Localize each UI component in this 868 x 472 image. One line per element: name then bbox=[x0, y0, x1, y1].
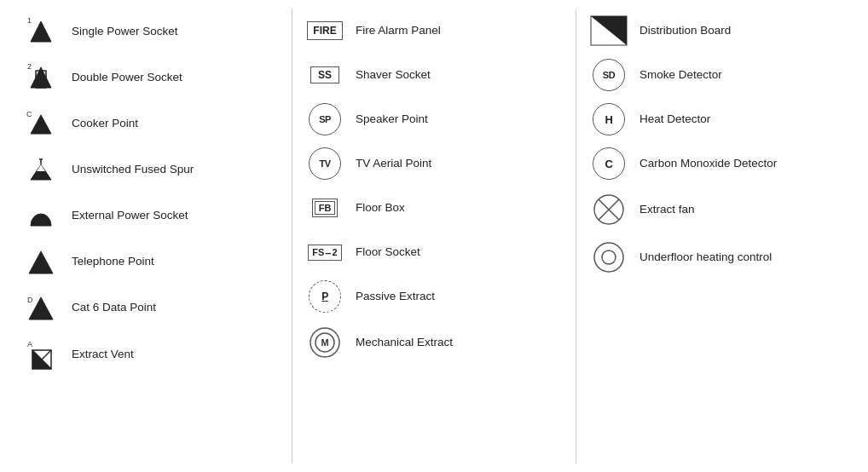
svg-marker-23 bbox=[591, 16, 627, 45]
legend-item-distribution-board: Distribution Board bbox=[583, 9, 853, 53]
symbol-shaver: SS bbox=[303, 66, 347, 83]
svg-marker-11 bbox=[29, 251, 53, 273]
label-extract-vent: Extract Vent bbox=[72, 347, 281, 362]
symbol-distribution-board bbox=[587, 15, 631, 46]
legend-item-single-power-socket: 1 Single Power Socket bbox=[15, 9, 285, 55]
svg-point-28 bbox=[602, 250, 616, 264]
label-single-power-socket: Single Power Socket bbox=[72, 24, 281, 39]
label-double-power-socket: Double Power Socket bbox=[72, 70, 281, 85]
legend-item-telephone-point: Telephone Point bbox=[15, 239, 285, 285]
svg-text:1: 1 bbox=[27, 16, 32, 25]
symbol-telephone bbox=[19, 245, 63, 279]
symbol-speaker: SP bbox=[303, 103, 347, 135]
column-2: FIRE Fire Alarm Panel SS Shaver Socket S… bbox=[292, 9, 576, 463]
symbol-heat-detector: H bbox=[587, 103, 631, 135]
legend-container: 1 Single Power Socket 2 Double Power Soc… bbox=[0, 0, 868, 472]
symbol-extract-vent: A bbox=[19, 337, 63, 372]
label-carbon-monoxide-detector: Carbon Monoxide Detector bbox=[639, 156, 849, 171]
legend-item-external-power-socket: External Power Socket bbox=[15, 193, 285, 239]
symbol-fused-spur bbox=[19, 153, 63, 187]
legend-item-double-power-socket: 2 Double Power Socket bbox=[15, 55, 285, 101]
legend-item-heat-detector: H Heat Detector bbox=[583, 97, 853, 141]
label-mechanical-extract: Mechanical Extract bbox=[356, 335, 565, 350]
legend-item-smoke-detector: SD Smoke Detector bbox=[583, 53, 853, 97]
label-telephone-point: Telephone Point bbox=[72, 254, 281, 269]
column-3: Distribution Board SD Smoke Detector H H… bbox=[576, 9, 859, 463]
label-cat6-data-point: Cat 6 Data Point bbox=[72, 300, 281, 315]
label-shaver-socket: Shaver Socket bbox=[356, 67, 565, 83]
legend-item-speaker-point: SP Speaker Point bbox=[299, 97, 569, 141]
legend-item-underfloor-heating-control: Underfloor heating control bbox=[583, 233, 853, 281]
label-floor-box: Floor Box bbox=[356, 200, 565, 216]
symbol-floor-box: FB bbox=[303, 199, 347, 217]
symbol-fire-alarm: FIRE bbox=[303, 21, 347, 40]
symbol-cooker: C bbox=[19, 106, 63, 141]
symbol-single-power: 1 bbox=[19, 14, 63, 49]
svg-point-27 bbox=[594, 243, 623, 272]
label-heat-detector: Heat Detector bbox=[639, 112, 849, 127]
label-fire-alarm-panel: Fire Alarm Panel bbox=[356, 23, 565, 38]
label-cooker-point: Cooker Point bbox=[72, 116, 281, 131]
label-unswitched-fused-spur: Unswitched Fused Spur bbox=[72, 162, 281, 177]
label-smoke-detector: Smoke Detector bbox=[639, 67, 849, 83]
label-underfloor-heating-control: Underfloor heating control bbox=[639, 250, 849, 265]
legend-item-passive-extract: P Passive Extract bbox=[299, 274, 569, 319]
symbol-external-power bbox=[19, 199, 63, 233]
symbol-mechanical-extract: M bbox=[303, 325, 347, 360]
legend-item-shaver-socket: SS Shaver Socket bbox=[299, 53, 569, 97]
legend-item-unswitched-fused-spur: Unswitched Fused Spur bbox=[15, 147, 285, 193]
legend-item-extract-vent: A Extract Vent bbox=[15, 331, 285, 378]
svg-text:A: A bbox=[27, 340, 32, 348]
svg-marker-8 bbox=[37, 164, 45, 171]
svg-marker-4 bbox=[31, 67, 51, 88]
column-1: 1 Single Power Socket 2 Double Power Soc… bbox=[9, 9, 292, 463]
legend-item-fire-alarm-panel: FIRE Fire Alarm Panel bbox=[299, 9, 569, 53]
legend-item-carbon-monoxide-detector: C Carbon Monoxide Detector bbox=[583, 141, 853, 186]
legend-item-floor-socket: FS–2 Floor Socket bbox=[299, 230, 569, 274]
label-speaker-point: Speaker Point bbox=[356, 112, 565, 127]
label-distribution-board: Distribution Board bbox=[639, 23, 849, 38]
legend-item-cat6-data-point: D Cat 6 Data Point bbox=[15, 285, 285, 331]
legend-item-cooker-point: C Cooker Point bbox=[15, 101, 285, 147]
symbol-carbon-monoxide: C bbox=[587, 147, 631, 180]
symbol-smoke-detector: SD bbox=[587, 59, 631, 91]
label-external-power-socket: External Power Socket bbox=[72, 208, 281, 223]
legend-item-floor-box: FB Floor Box bbox=[299, 186, 569, 230]
svg-text:2: 2 bbox=[27, 62, 32, 71]
svg-text:M: M bbox=[321, 337, 328, 348]
label-tv-aerial-point: TV Aerial Point bbox=[356, 156, 565, 171]
symbol-extract-fan bbox=[587, 192, 631, 227]
symbol-tv: TV bbox=[303, 147, 347, 180]
symbol-underfloor-heating bbox=[587, 239, 631, 275]
symbol-passive-extract: P bbox=[303, 280, 347, 313]
svg-marker-6 bbox=[31, 115, 51, 134]
symbol-cat6: D bbox=[19, 291, 63, 325]
svg-marker-1 bbox=[31, 21, 51, 42]
label-passive-extract: Passive Extract bbox=[356, 289, 565, 304]
svg-text:C: C bbox=[26, 110, 32, 118]
label-floor-socket: Floor Socket bbox=[356, 245, 565, 260]
svg-text:D: D bbox=[27, 296, 33, 304]
symbol-double-power: 2 bbox=[19, 60, 63, 95]
legend-item-tv-aerial-point: TV TV Aerial Point bbox=[299, 141, 569, 186]
symbol-floor-socket: FS–2 bbox=[303, 245, 347, 261]
legend-item-extract-fan: Extract fan bbox=[583, 186, 853, 233]
label-extract-fan: Extract fan bbox=[639, 202, 849, 217]
legend-item-mechanical-extract: M Mechanical Extract bbox=[299, 319, 569, 366]
